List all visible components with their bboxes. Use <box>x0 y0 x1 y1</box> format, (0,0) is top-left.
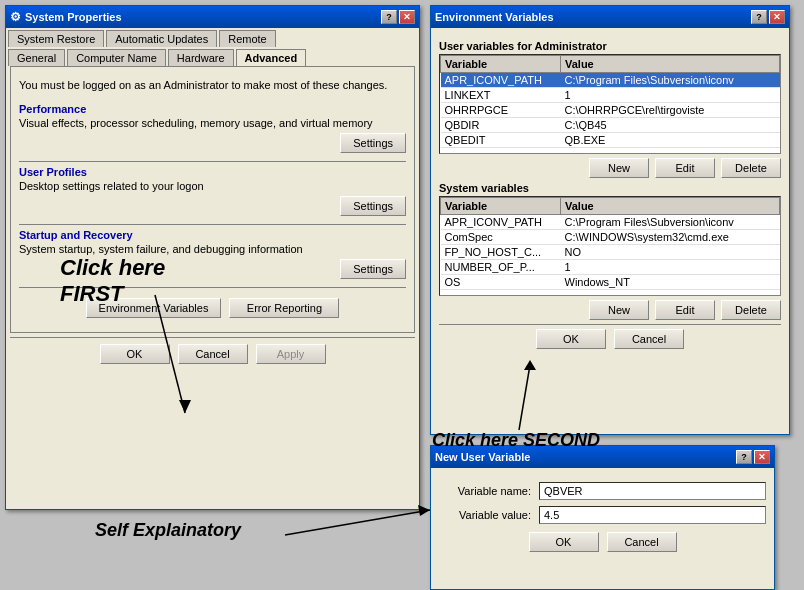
env-vars-cancel-button[interactable]: Cancel <box>614 329 684 349</box>
user-edit-button[interactable]: Edit <box>655 158 715 178</box>
sys-edit-button[interactable]: Edit <box>655 300 715 320</box>
env-vars-titlebar: Environment Variables ? ✕ <box>431 6 789 28</box>
tab-remote[interactable]: Remote <box>219 30 276 47</box>
env-help-button[interactable]: ? <box>751 10 767 24</box>
sys-props-titlebar: ⚙ System Properties ? ✕ <box>6 6 419 28</box>
user-var-row[interactable]: QBDIRC:\QB45 <box>441 118 780 133</box>
sys-var-row[interactable]: OSWindows_NT <box>441 275 780 290</box>
env-vars-bottom-row: OK Cancel <box>439 329 781 349</box>
var-name-input[interactable] <box>539 482 766 500</box>
new-var-bottom-row: OK Cancel <box>439 532 766 552</box>
tab-advanced[interactable]: Advanced <box>236 49 307 66</box>
user-vars-table: Variable Value APR_ICONV_PATHC:\Program … <box>440 55 780 148</box>
sys-var-row[interactable]: ComSpecC:\WINDOWS\system32\cmd.exe <box>441 230 780 245</box>
tab-hardware[interactable]: Hardware <box>168 49 234 66</box>
sys-vars-label: System variables <box>439 182 781 194</box>
new-var-content: Variable name: Variable value: OK Cancel <box>431 468 774 560</box>
startup-recovery-link[interactable]: Startup and Recovery <box>19 229 406 241</box>
self-explanatory-annotation: Self Explainatory <box>95 520 241 541</box>
svg-line-4 <box>285 510 430 535</box>
tab-strip-row1: System Restore Automatic Updates Remote … <box>6 28 419 66</box>
sys-var-col-variable: Variable <box>441 198 561 215</box>
sys-props-apply-button[interactable]: Apply <box>256 344 326 364</box>
env-vars-content: User variables for Administrator Variabl… <box>431 28 789 357</box>
user-profiles-link[interactable]: User Profiles <box>19 166 406 178</box>
click-first-annotation: Click hereFIRST <box>60 255 165 307</box>
error-reporting-button[interactable]: Error Reporting <box>229 298 339 318</box>
user-var-col-value: Value <box>561 56 780 73</box>
sys-props-title: System Properties <box>25 11 122 23</box>
sys-props-bottom-bar: OK Cancel Apply <box>10 337 415 370</box>
env-vars-title: Environment Variables <box>435 11 554 23</box>
performance-link[interactable]: Performance <box>19 103 406 115</box>
var-name-row: Variable name: <box>439 482 766 500</box>
user-vars-list[interactable]: Variable Value APR_ICONV_PATHC:\Program … <box>439 54 781 154</box>
sys-vars-btn-row: New Edit Delete <box>439 300 781 320</box>
user-new-button[interactable]: New <box>589 158 649 178</box>
sys-var-col-value: Value <box>561 198 780 215</box>
sys-new-button[interactable]: New <box>589 300 649 320</box>
sys-var-row[interactable]: FP_NO_HOST_C...NO <box>441 245 780 260</box>
user-vars-label: User variables for Administrator <box>439 40 781 52</box>
new-var-title: New User Variable <box>435 451 530 463</box>
tab-general[interactable]: General <box>8 49 65 66</box>
help-button[interactable]: ? <box>381 10 397 24</box>
sys-props-icon: ⚙ <box>10 10 21 24</box>
sys-var-row[interactable]: APR_ICONV_PATHC:\Program Files\Subversio… <box>441 215 780 230</box>
var-value-row: Variable value: <box>439 506 766 524</box>
performance-settings-button[interactable]: Settings <box>340 133 406 153</box>
sys-delete-button[interactable]: Delete <box>721 300 781 320</box>
sys-props-cancel-button[interactable]: Cancel <box>178 344 248 364</box>
user-vars-btn-row: New Edit Delete <box>439 158 781 178</box>
sys-props-ok-button[interactable]: OK <box>100 344 170 364</box>
user-var-col-variable: Variable <box>441 56 561 73</box>
user-var-row[interactable]: QBEDITQB.EXE <box>441 133 780 148</box>
var-name-label: Variable name: <box>439 485 539 497</box>
environment-variables-window: Environment Variables ? ✕ User variables… <box>430 5 790 435</box>
sys-vars-table: Variable Value APR_ICONV_PATHC:\Program … <box>440 197 780 290</box>
close-button[interactable]: ✕ <box>399 10 415 24</box>
user-profiles-settings-button[interactable]: Settings <box>340 196 406 216</box>
new-var-ok-button[interactable]: OK <box>529 532 599 552</box>
user-delete-button[interactable]: Delete <box>721 158 781 178</box>
startup-recovery-settings-button[interactable]: Settings <box>340 259 406 279</box>
tab-computer-name[interactable]: Computer Name <box>67 49 166 66</box>
tab-system-restore[interactable]: System Restore <box>8 30 104 47</box>
startup-recovery-desc: System startup, system failure, and debu… <box>19 243 406 255</box>
user-var-row[interactable]: APR_ICONV_PATHC:\Program Files\Subversio… <box>441 73 780 88</box>
user-profiles-desc: Desktop settings related to your logon <box>19 180 406 192</box>
new-var-cancel-button[interactable]: Cancel <box>607 532 677 552</box>
performance-desc: Visual effects, processor scheduling, me… <box>19 117 406 129</box>
new-var-close-button[interactable]: ✕ <box>754 450 770 464</box>
env-vars-ok-button[interactable]: OK <box>536 329 606 349</box>
new-user-variable-window: New User Variable ? ✕ Variable name: Var… <box>430 445 775 590</box>
sys-var-row[interactable]: NUMBER_OF_P...1 <box>441 260 780 275</box>
env-close-button[interactable]: ✕ <box>769 10 785 24</box>
performance-section: Performance Visual effects, processor sc… <box>19 103 406 153</box>
var-value-input[interactable] <box>539 506 766 524</box>
user-var-row[interactable]: LINKEXT1 <box>441 88 780 103</box>
info-text: You must be logged on as an Administrato… <box>19 75 406 95</box>
user-profiles-section: User Profiles Desktop settings related t… <box>19 166 406 216</box>
var-value-label: Variable value: <box>439 509 539 521</box>
sys-vars-list[interactable]: Variable Value APR_ICONV_PATHC:\Program … <box>439 196 781 296</box>
tab-auto-updates[interactable]: Automatic Updates <box>106 30 217 47</box>
new-var-help-button[interactable]: ? <box>736 450 752 464</box>
user-var-row[interactable]: OHRRPGCEC:\OHRRPGCE\rel\tirgoviste <box>441 103 780 118</box>
click-second-annotation: Click here SECOND <box>432 430 600 451</box>
